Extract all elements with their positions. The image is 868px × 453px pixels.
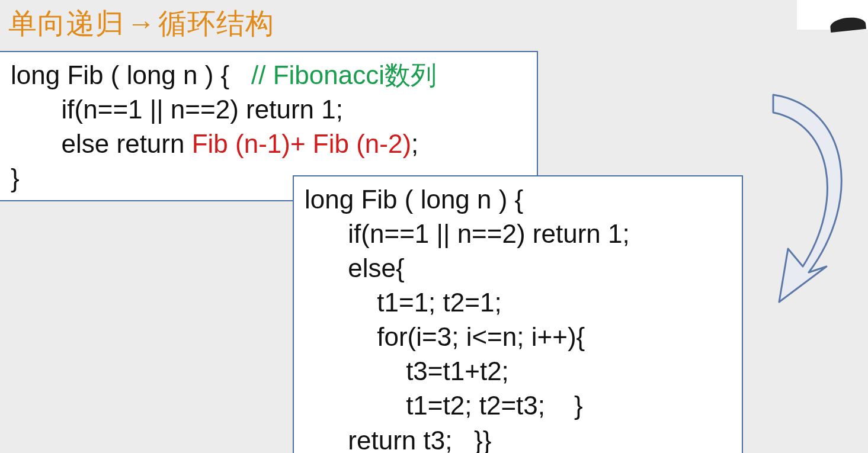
code2-l1: long Fib ( long n ) { (305, 185, 523, 214)
code1-l3a: else return (11, 129, 192, 158)
curved-arrow-icon (738, 89, 868, 326)
code2-l7: t1=t2; t2=t3; } (305, 391, 583, 420)
code2-l5: for(i=3; i<=n; i++){ (305, 322, 585, 351)
code1-comment: // Fibonacci数列 (251, 60, 437, 89)
code2-l4: t1=1; t2=1; (305, 288, 502, 317)
code-box-iterative: long Fib ( long n ) { if(n==1 || n==2) r… (293, 175, 743, 453)
title-right: 循环结构 (158, 8, 274, 39)
code1-l4: } (11, 163, 20, 192)
code1-l2: if(n==1 || n==2) return 1; (11, 95, 343, 124)
code1-l3c: ; (411, 129, 418, 158)
arrow-icon: → (124, 7, 158, 40)
webcam-thumbnail (797, 0, 868, 30)
code2-l3: else{ (305, 253, 405, 282)
code1-l1a: long Fib ( long n ) { (11, 60, 251, 89)
code2-l8: return t3; }} (305, 426, 492, 453)
code2-l2: if(n==1 || n==2) return 1; (305, 219, 630, 248)
code1-recursion: Fib (n-1)+ Fib (n-2) (192, 129, 411, 158)
code2-l6: t3=t1+t2; (305, 356, 509, 385)
slide: 单向递归→循环结构 long Fib ( long n ) { // Fibon… (0, 0, 868, 453)
slide-title: 单向递归→循环结构 (8, 5, 274, 43)
title-left: 单向递归 (8, 8, 124, 39)
